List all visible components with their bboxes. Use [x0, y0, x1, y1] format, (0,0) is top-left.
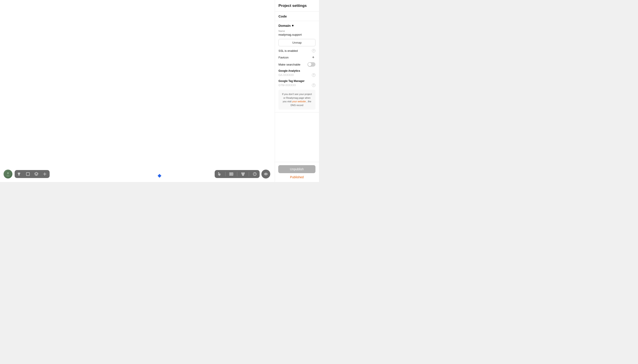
domain-dot-indicator	[292, 25, 294, 26]
svg-point-2	[7, 175, 10, 177]
favicon-row: Favicon +	[278, 55, 315, 60]
svg-rect-9	[231, 173, 232, 175]
searchable-row: Make searchable	[278, 62, 315, 67]
svg-rect-12	[242, 174, 244, 174]
svg-rect-8	[230, 173, 230, 175]
google-tag-manager-placeholder[interactable]: GTM-XXXXXX	[278, 84, 296, 87]
google-analytics-help-icon[interactable]: ?	[312, 73, 315, 77]
google-analytics-input-wrap: GA-XXXXXX ?	[278, 73, 315, 77]
toolbar-divider-1	[225, 172, 226, 176]
add-tool[interactable]	[42, 171, 48, 177]
code-label: Code	[278, 14, 315, 18]
bottom-panel: Unpublish Published	[275, 162, 319, 182]
panel-header: Project settings	[275, 0, 319, 12]
toolbar-divider-3	[249, 172, 249, 176]
svg-point-1	[7, 172, 9, 174]
ssl-help-icon[interactable]: ?	[312, 49, 315, 52]
google-tag-manager-section: Google Tag Manager GTM-XXXXXX ?	[278, 80, 315, 87]
domain-section: Domain Name readymag.support Unmap SSL i…	[275, 21, 319, 112]
domain-name-value: readymag.support	[278, 33, 315, 36]
columns-tool[interactable]	[229, 171, 234, 177]
published-label: Published	[278, 175, 315, 179]
preview-eye-button[interactable]	[261, 170, 270, 178]
toolbar-right: ?	[215, 170, 270, 178]
svg-rect-4	[26, 172, 30, 176]
svg-rect-11	[241, 173, 245, 173]
toolbar-left: T	[4, 170, 50, 178]
help-tool[interactable]: ?	[252, 171, 257, 177]
info-box: If you don't see your project or Readyma…	[278, 90, 315, 110]
panel-title: Project settings	[278, 4, 315, 8]
google-tag-manager-input-wrap: GTM-XXXXXX ?	[278, 84, 315, 87]
canvas-area	[0, 0, 319, 182]
tools-bar-left: T	[15, 170, 50, 178]
align-tool[interactable]	[240, 171, 246, 177]
google-analytics-placeholder[interactable]: GA-XXXXXX	[278, 74, 294, 76]
svg-rect-13	[242, 175, 244, 176]
avatar-image	[4, 170, 13, 178]
text-tool[interactable]: T	[17, 171, 22, 177]
ssl-label: SSL is enabled	[278, 49, 298, 52]
svg-text:?: ?	[254, 173, 256, 175]
domain-label: Domain	[278, 24, 315, 28]
unpublish-button[interactable]: Unpublish	[278, 165, 315, 173]
unmap-button[interactable]: Unmap	[278, 39, 315, 46]
tools-bar-right: ?	[215, 170, 260, 178]
layers-tool[interactable]	[34, 171, 39, 177]
right-panel: Project settings Code Domain Name readym…	[275, 0, 319, 182]
name-label: Name	[278, 30, 315, 32]
svg-point-16	[264, 173, 267, 175]
svg-point-17	[265, 174, 266, 174]
svg-marker-5	[35, 172, 38, 174]
svg-text:T: T	[18, 172, 20, 176]
toolbar-divider-2	[237, 172, 237, 176]
panel-scroll: Project settings Code Domain Name readym…	[275, 0, 319, 182]
google-analytics-label: Google Analytics	[278, 69, 315, 72]
favicon-add-button[interactable]: +	[311, 55, 315, 60]
avatar[interactable]	[4, 170, 13, 178]
info-box-link[interactable]: your website	[292, 100, 306, 103]
google-tag-manager-help-icon[interactable]: ?	[312, 84, 315, 87]
ssl-row: SSL is enabled ?	[278, 49, 315, 52]
frame-tool[interactable]	[25, 171, 31, 177]
google-tag-manager-label: Google Tag Manager	[278, 80, 315, 82]
searchable-toggle[interactable]	[307, 62, 315, 67]
svg-rect-10	[232, 173, 233, 175]
code-section: Code	[275, 12, 319, 21]
favicon-label: Favicon	[278, 56, 289, 59]
searchable-label: Make searchable	[278, 63, 300, 66]
google-analytics-section: Google Analytics GA-XXXXXX ?	[278, 69, 315, 77]
select-tool[interactable]	[217, 171, 222, 177]
